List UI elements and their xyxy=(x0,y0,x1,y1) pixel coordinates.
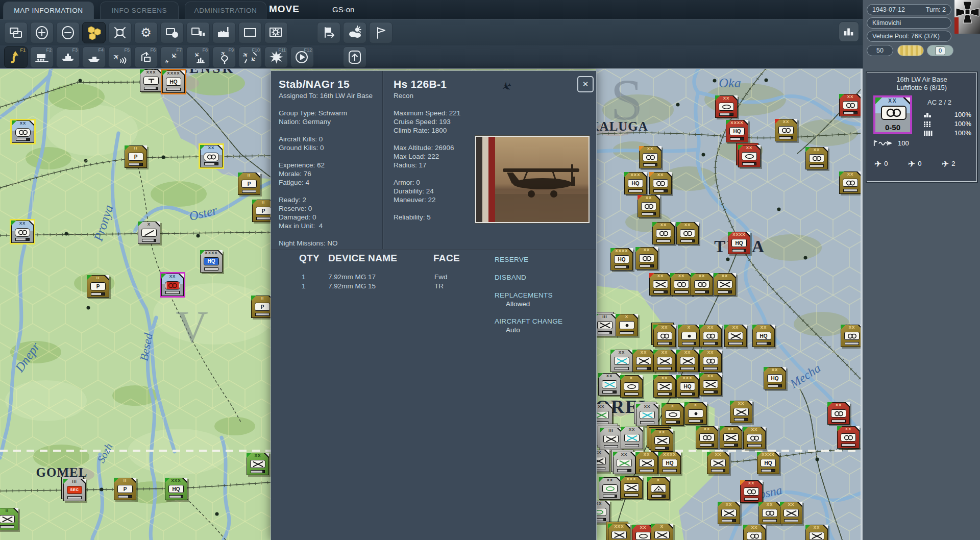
unit-counter[interactable]: III xyxy=(600,428,622,450)
unit-name[interactable]: 16th LW Air Base xyxy=(867,76,976,83)
unit-counter[interactable]: XX xyxy=(714,273,736,296)
unit-counter[interactable]: IIP xyxy=(114,478,136,500)
unit-counter[interactable]: XX xyxy=(743,525,766,540)
unit-counter[interactable]: XXXXHQ xyxy=(162,70,185,93)
unit-counter[interactable]: X xyxy=(647,477,670,500)
unit-hq[interactable]: Luftflotte 6 (8/15) xyxy=(867,84,976,91)
unit-counter[interactable]: IIP xyxy=(125,145,147,168)
unit-counter[interactable]: XX xyxy=(676,222,699,244)
air-ground-button[interactable]: ✈✈F7 xyxy=(160,46,184,68)
unit-counter[interactable]: XX xyxy=(738,145,761,167)
unit-counter[interactable]: XXXHQ xyxy=(624,172,647,194)
unit-counter[interactable]: XX xyxy=(670,273,693,296)
city-bars-button[interactable] xyxy=(186,22,210,43)
unit-counter[interactable]: XX xyxy=(613,452,635,474)
unit-counter[interactable]: XXXXHQ xyxy=(658,452,681,474)
air-transfer-button[interactable]: ✈✈F10 xyxy=(238,46,262,68)
unit-counter-large[interactable]: XX 0-50 xyxy=(873,95,912,134)
hex-grid-button[interactable] xyxy=(82,22,106,43)
unit-counter[interactable]: IIP xyxy=(87,275,109,298)
unit-counter[interactable]: XX xyxy=(720,426,742,449)
flag-button[interactable] xyxy=(369,22,393,43)
unit-counter[interactable]: X xyxy=(616,314,638,336)
ground-conditions-button[interactable] xyxy=(897,45,924,56)
factory-button[interactable] xyxy=(212,22,236,43)
frame-button[interactable] xyxy=(238,22,262,43)
unit-counter[interactable]: XXX xyxy=(620,476,643,499)
unit-counter[interactable]: XXHQ xyxy=(752,325,775,347)
settings-gear-button[interactable]: ⚙ xyxy=(134,22,158,43)
frame-gear-button[interactable] xyxy=(264,22,288,43)
unit-counters-button[interactable] xyxy=(160,22,184,43)
unit-counter[interactable]: XX xyxy=(638,195,660,217)
unit-counter[interactable]: XX xyxy=(696,426,718,449)
unit-counter[interactable]: XXX xyxy=(140,69,162,92)
tab-info-screens[interactable]: INFO SCREENS xyxy=(100,2,179,19)
air-strike-button[interactable]: F11 xyxy=(264,46,288,68)
unit-counter[interactable]: XXXXHQ xyxy=(728,232,750,254)
unit-counter[interactable]: IIP xyxy=(238,173,260,195)
unit-counter[interactable]: XX xyxy=(699,350,722,372)
aircraft-change-link[interactable]: AIRCRAFT CHANGE xyxy=(495,317,562,325)
unit-counter[interactable]: XX xyxy=(837,426,860,449)
airdrop-button[interactable]: ✈F9 xyxy=(212,46,236,68)
flag-save-button[interactable] xyxy=(317,22,340,43)
air-recon-button[interactable]: ✈F5 xyxy=(108,46,132,68)
unit-counter[interactable]: XX xyxy=(707,452,729,474)
unit-counter[interactable]: XX xyxy=(635,247,658,269)
mode-label-move[interactable]: MOVE xyxy=(269,4,300,15)
bar-chart-button[interactable] xyxy=(839,21,859,42)
unit-counter[interactable]: XX xyxy=(610,350,633,372)
unit-counter[interactable]: XXX xyxy=(608,524,630,540)
rail-transport-button[interactable]: F2 xyxy=(30,46,54,68)
unit-counter[interactable]: XX xyxy=(699,325,722,347)
unit-counter[interactable]: XX xyxy=(653,350,676,372)
jump-box-button[interactable] xyxy=(108,22,132,43)
unit-counter[interactable]: XX xyxy=(11,220,34,243)
windows-button[interactable] xyxy=(4,22,28,43)
unit-counter[interactable]: XX xyxy=(805,147,828,169)
unit-counter[interactable]: XX xyxy=(730,401,752,423)
zoom-out-button[interactable] xyxy=(56,22,80,43)
unit-counter[interactable]: II xyxy=(0,508,18,530)
unit-counter[interactable]: XXXXHQ xyxy=(610,248,633,271)
unit-counter[interactable]: XX xyxy=(780,502,802,524)
gs-toggle[interactable]: GS-on xyxy=(332,5,354,14)
unit-counter[interactable]: XX xyxy=(740,480,763,503)
unit-counter[interactable]: XX xyxy=(200,145,223,167)
unit-counter[interactable]: XX xyxy=(599,477,621,500)
unit-counter[interactable]: XX xyxy=(718,502,740,524)
disband-link[interactable]: DISBAND xyxy=(495,274,526,281)
unit-counter[interactable]: XX xyxy=(649,172,672,194)
unit-counter[interactable]: XX xyxy=(691,273,713,296)
unit-counter[interactable]: XX xyxy=(839,94,862,116)
unit-counter[interactable]: XX xyxy=(653,325,676,347)
unit-counter[interactable]: XX xyxy=(636,404,658,426)
unit-counter[interactable]: XX xyxy=(839,171,862,194)
unit-counter[interactable]: XXXXHQ xyxy=(757,452,779,474)
unit-counter[interactable]: III xyxy=(594,314,616,336)
air-group-assigned[interactable]: Assigned To: 16th LW Air Base xyxy=(279,92,373,100)
unit-counter[interactable]: XX xyxy=(639,146,662,168)
unit-counter[interactable]: XX xyxy=(699,373,722,396)
unit-counter[interactable]: XX xyxy=(247,453,269,475)
unit-counter[interactable]: XX xyxy=(653,375,676,398)
close-icon[interactable]: ✕ xyxy=(577,76,594,92)
move-arrow-button[interactable]: F1 xyxy=(4,46,28,68)
unit-counter[interactable]: XX xyxy=(715,95,738,118)
unit-counter[interactable]: XX xyxy=(841,325,863,347)
unit-counter[interactable]: IIISEC xyxy=(63,479,86,501)
unit-counter[interactable]: X xyxy=(620,375,643,398)
unit-counter[interactable]: XX xyxy=(724,325,747,347)
unit-counter[interactable]: XX xyxy=(805,525,828,540)
unit-counter[interactable]: XX xyxy=(652,222,675,244)
strat-bombing-button[interactable]: ✈F8 xyxy=(186,46,210,68)
unit-counter[interactable]: XX xyxy=(12,120,34,143)
weather-button[interactable] xyxy=(343,22,366,43)
next-phase-button[interactable]: F12 xyxy=(290,46,314,68)
zoom-in-button[interactable] xyxy=(30,22,54,43)
unit-counter[interactable]: XX xyxy=(632,350,655,372)
unit-counter[interactable]: XX xyxy=(649,273,672,296)
tab-map-information[interactable]: MAP INFORMATION xyxy=(3,2,94,19)
unit-counter[interactable]: XX xyxy=(775,119,797,141)
